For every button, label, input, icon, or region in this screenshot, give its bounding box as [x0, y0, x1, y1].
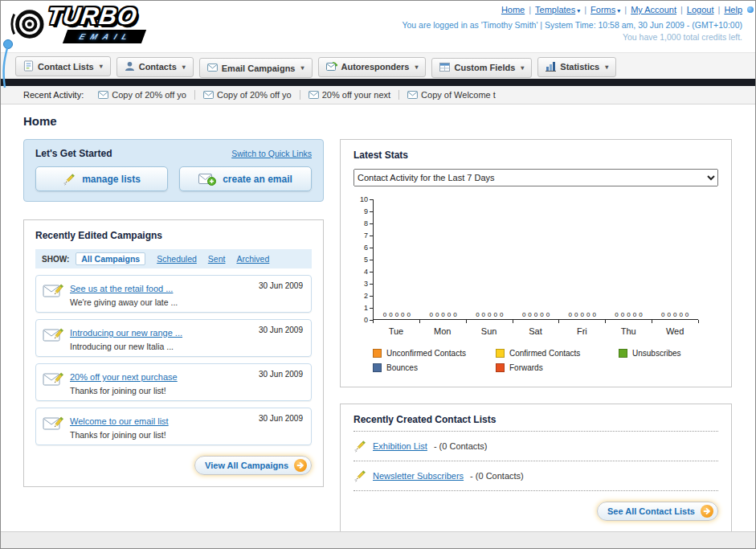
see-all-contact-lists-button[interactable]: See All Contact Lists [597, 502, 718, 521]
campaign-title-link[interactable]: 20% off your next purchase [70, 372, 178, 382]
value-label: 0 [615, 311, 618, 318]
tab-contact-lists[interactable]: Contact Lists▾ [15, 56, 111, 76]
x-tick-mark [698, 320, 699, 323]
value-label: 0 [581, 311, 584, 318]
value-label: 0 [661, 311, 664, 318]
y-tick-value: 0 [364, 316, 368, 324]
contact-count: - (0 Contacts) [470, 471, 524, 481]
tab-label: Email Campaigns [222, 64, 296, 73]
value-label: 0 [528, 311, 531, 318]
recent-activity-item[interactable]: Copy of Welcome t [399, 90, 504, 100]
top-link-my-account[interactable]: My Account [631, 5, 676, 14]
y-tick-value: 5 [364, 256, 368, 264]
value-label: 0 [453, 311, 456, 318]
value-labels: 00000 [652, 311, 698, 318]
filter-all-campaigns[interactable]: All Campaigns [76, 252, 145, 265]
manage-lists-button[interactable]: manage lists [35, 166, 168, 191]
value-label: 0 [435, 311, 439, 318]
contact-list-item[interactable]: Exhibition List- (0 Contacts) [353, 437, 718, 455]
legend-item: Confirmed Contacts [496, 349, 619, 358]
chart-plot-area: 00000000000000000000000000000000000 [373, 199, 698, 320]
x-tick-mark [466, 320, 467, 323]
filter-sent[interactable]: Sent [208, 254, 226, 264]
get-started-title: Let's Get Started [35, 148, 112, 159]
filter-archived[interactable]: Archived [236, 254, 269, 264]
arrow-circle-icon [294, 459, 307, 472]
value-label: 0 [389, 311, 392, 318]
chart-x-labels: TueMonSunSatFriThuWed [373, 326, 698, 336]
recent-activity-item[interactable]: 20% off your next [300, 90, 399, 100]
y-tick-label: 6 [364, 244, 373, 252]
top-link-home[interactable]: Home [501, 5, 525, 14]
value-label: 0 [679, 311, 682, 318]
recent-activity-item[interactable]: Copy of 20% off yo [90, 90, 195, 100]
separator: | [584, 5, 586, 14]
view-all-campaigns-button[interactable]: View All Campaigns [194, 456, 312, 475]
campaign-list-item[interactable]: Introducing our new range ...Introducing… [35, 319, 312, 357]
stats-period-select[interactable]: Contact Activity for the Last 7 Days [353, 169, 718, 186]
legend-label: Confirmed Contacts [509, 349, 580, 358]
contact-list-link[interactable]: Newsletter Subscribers [373, 471, 464, 481]
campaign-subject: Introducing our new Italia ... [70, 342, 182, 351]
x-tick-label: Wed [652, 326, 698, 336]
contact-lists-icon [23, 60, 34, 73]
campaign-title-link[interactable]: Introducing our new range ... [70, 328, 182, 338]
x-tick-label: Sun [466, 326, 513, 336]
tab-statistics[interactable]: Statistics▾ [537, 57, 616, 77]
legend-item: Unsubscribes [619, 349, 742, 358]
value-label: 0 [627, 311, 630, 318]
campaign-list-item[interactable]: Welcome to our email listThanks for join… [35, 408, 312, 445]
y-tick-label: 3 [364, 280, 373, 288]
campaign-list-item[interactable]: See us at the retail food ...We're givin… [35, 275, 312, 313]
y-tick-value: 10 [360, 195, 368, 203]
contact-list-item[interactable]: Newsletter Subscribers- (0 Contacts) [353, 467, 718, 485]
value-label: 0 [592, 311, 595, 318]
value-label: 0 [639, 311, 642, 318]
value-labels: 00000 [559, 311, 606, 318]
main-content: Home Let's Get Started Switch to Quick L… [1, 104, 755, 533]
legend-label: Unsubscribes [632, 349, 681, 358]
filter-scheduled[interactable]: Scheduled [157, 254, 197, 264]
create-an-email-button[interactable]: create an email [179, 166, 312, 191]
value-label: 0 [546, 311, 550, 318]
y-tick-label: 8 [364, 219, 373, 227]
campaign-title-link[interactable]: See us at the retail food ... [70, 284, 173, 293]
campaign-subject: Thanks for joining our list! [70, 386, 178, 395]
top-link-help[interactable]: Help [724, 5, 742, 14]
statistics-icon [546, 61, 556, 73]
get-started-panel: Let's Get Started Switch to Quick Links … [23, 139, 324, 202]
tab-autoresponders[interactable]: Autoresponders▾ [318, 57, 427, 77]
top-link-templates[interactable]: Templates▾ [535, 5, 580, 14]
tab-contacts[interactable]: Contacts▾ [116, 57, 194, 77]
value-label: 0 [574, 311, 578, 318]
campaign-filters: All CampaignsScheduledSentArchived [76, 252, 269, 265]
value-label: 0 [447, 311, 451, 318]
app-window: TURBO EMAIL Home|Templates▾|Forms▾|My Ac… [0, 0, 756, 549]
top-link-logout[interactable]: Logout [687, 5, 714, 14]
value-label: 0 [383, 311, 386, 318]
chart-legend: Unconfirmed ContactsConfirmed ContactsUn… [373, 349, 742, 372]
recent-activity-item[interactable]: Copy of 20% off yo [195, 90, 300, 100]
mail-plus-icon [198, 173, 216, 186]
value-label: 0 [522, 311, 525, 318]
tab-custom-fields[interactable]: Custom Fields▾ [431, 58, 532, 78]
y-tick-label: 2 [364, 292, 373, 300]
chevron-down-icon: ▾ [415, 64, 418, 71]
switch-to-quick-links-link[interactable]: Switch to Quick Links [231, 149, 312, 158]
x-tick-label: Mon [419, 326, 466, 336]
contact-list-link[interactable]: Exhibition List [373, 441, 427, 451]
envelope-icon [98, 91, 108, 99]
logo-text: TURBO EMAIL [47, 4, 144, 43]
x-tick-mark [652, 320, 652, 323]
campaign-title-link[interactable]: Welcome to our email list [70, 416, 169, 426]
campaigns-panel-title: Recently Edited Campaigns [35, 230, 312, 241]
pencil-icon [63, 173, 76, 186]
campaign-list-item[interactable]: 20% off your next purchaseThanks for joi… [35, 363, 312, 401]
recent-activity-label: Recent Activity: [23, 90, 84, 100]
recently-edited-campaigns-panel: Recently Edited Campaigns SHOW: All Camp… [23, 219, 324, 487]
login-info: You are logged in as 'Timothy Smith' | S… [402, 20, 742, 30]
contact-activity-chart: 109876543210 000000000000000000000000000… [353, 199, 718, 372]
top-link-forms[interactable]: Forms▾ [590, 5, 620, 14]
tab-email-campaigns[interactable]: Email Campaigns▾ [199, 58, 313, 78]
separator: | [680, 5, 683, 14]
